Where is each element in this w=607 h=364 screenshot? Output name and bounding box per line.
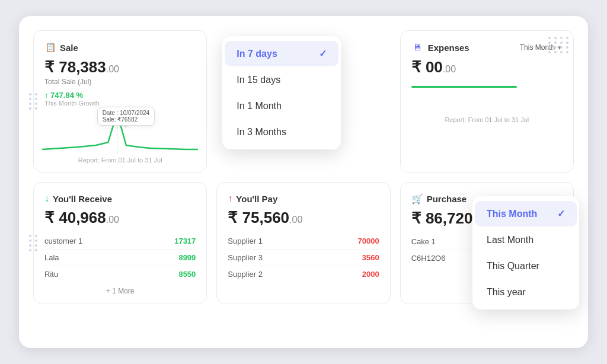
sale-growth: ↑ 747.84 % — [44, 91, 196, 100]
dots-left-deco — [29, 93, 39, 110]
sale-item-0-label: In 7 days — [237, 49, 277, 59]
purchase-item-0-name: Cake 1 — [411, 237, 436, 246]
receive-dots-deco — [29, 235, 39, 251]
tooltip-sale: Sale: ₹76582 — [103, 116, 150, 123]
pay-item-2-val: 2000 — [362, 270, 379, 279]
pay-list-item-1: Supplier 3 3560 — [228, 250, 379, 266]
main-container: 📋 Sale ₹ 78,383.00 Total Sale (Jul) ↑ 74… — [19, 16, 588, 348]
pay-header: ↑ You'll Pay — [228, 193, 379, 204]
pay-item-2-name: Supplier 2 — [228, 270, 263, 279]
purchase-dropdown-item-1[interactable]: Last Month — [475, 228, 577, 253]
receive-amount-value: ₹ 40,968 — [44, 209, 106, 226]
purchase-item-0-label: This Month — [487, 209, 537, 219]
purchase-item-1-label: Last Month — [487, 235, 533, 245]
pay-amount-value: ₹ 75,560 — [228, 209, 289, 226]
expenses-chart-area — [411, 90, 563, 114]
purchase-dropdown-item-2[interactable]: This Quarter — [475, 254, 577, 279]
pay-icon: ↑ — [228, 193, 232, 204]
expenses-amount-value: ₹ 00 — [411, 58, 443, 76]
dots-top-right-deco — [548, 37, 570, 53]
pay-amount: ₹ 75,560.00 — [228, 209, 379, 227]
expenses-card: 🖥 Expenses This Month ▼ ₹ 00.00 Report: … — [400, 30, 574, 173]
sale-chart: Date : 10/07/2024 Sale: ₹76582 — [42, 107, 198, 154]
receive-item-0-name: customer 1 — [44, 237, 82, 245]
sale-dropdown-item-1[interactable]: In 15 days — [225, 68, 338, 92]
receive-list-item-2: Ritu 8550 — [44, 266, 196, 282]
bottom-grid: ↓ You'll Receive ₹ 40,968.00 customer 1 … — [33, 182, 574, 304]
tooltip-date: Date : 10/07/2024 — [103, 110, 150, 116]
sale-report: Report: From 01 Jul to 31 Jul — [44, 157, 196, 164]
purchase-icon: 🛒 — [411, 193, 423, 205]
sale-dropdown-container: In 7 days ✓ In 15 days In 1 Month In 3 M… — [216, 30, 390, 173]
sale-label: Total Sale (Jul) — [44, 78, 196, 86]
sale-card: 📋 Sale ₹ 78,383.00 Total Sale (Jul) ↑ 74… — [33, 30, 207, 173]
receive-item-1-name: Lala — [44, 253, 59, 262]
purchase-check-icon: ✓ — [557, 208, 565, 219]
receive-more-link[interactable]: + 1 More — [44, 287, 196, 295]
sale-title-text: Sale — [60, 43, 78, 53]
sale-growth-label: This Month Growth — [44, 100, 196, 107]
pay-item-1-name: Supplier 3 — [228, 253, 263, 262]
top-grid: 📋 Sale ₹ 78,383.00 Total Sale (Jul) ↑ 74… — [33, 30, 574, 173]
sale-dropdown[interactable]: In 7 days ✓ In 15 days In 1 Month In 3 M… — [222, 36, 341, 149]
purchase-dropdown-item-3[interactable]: This year — [475, 280, 577, 305]
receive-amount: ₹ 40,968.00 — [44, 209, 196, 227]
receive-icon: ↓ — [44, 193, 49, 204]
expenses-title-text: Expenses — [428, 43, 469, 53]
pay-title-text: You'll Pay — [236, 194, 277, 204]
receive-decimals: .00 — [106, 215, 119, 225]
receive-header: ↓ You'll Receive — [44, 193, 196, 204]
expenses-decimals: .00 — [443, 64, 456, 74]
purchase-item-3-label: This year — [487, 287, 526, 298]
sale-amount: ₹ 78,383.00 — [44, 58, 196, 76]
purchase-dropdown-item-0[interactable]: This Month ✓ — [475, 201, 577, 226]
sale-dropdown-item-3[interactable]: In 3 Months — [225, 120, 338, 145]
pay-title: ↑ You'll Pay — [228, 193, 277, 204]
pay-item-1-val: 3560 — [362, 253, 379, 262]
receive-item-2-val: 8550 — [178, 270, 196, 279]
receive-item-1-val: 8999 — [178, 253, 196, 262]
pay-decimals: .00 — [289, 215, 302, 225]
sale-decimals: .00 — [106, 64, 119, 74]
expenses-icon: 🖥 — [411, 41, 423, 53]
sale-amount-value: ₹ 78,383 — [44, 58, 106, 76]
purchase-dropdown[interactable]: This Month ✓ Last Month This Quarter Thi… — [472, 196, 579, 309]
expenses-chart-line — [411, 86, 517, 88]
sale-dropdown-item-2[interactable]: In 1 Month — [225, 94, 338, 119]
pay-list-item-2: Supplier 2 2000 — [228, 266, 379, 282]
sale-icon: 📋 — [44, 41, 56, 53]
purchase-card: 🛒 Purchase ₹ 86,720.00 Cake 1 C6H12O6 Th… — [400, 182, 574, 304]
purchase-item-1-name: C6H12O6 — [411, 254, 446, 263]
expenses-header: 🖥 Expenses This Month ▼ — [411, 41, 563, 53]
expenses-report: Report: From 01 Jul to 31 Jul — [411, 116, 563, 123]
sale-check-icon: ✓ — [319, 48, 327, 59]
sale-item-2-label: In 1 Month — [237, 101, 282, 111]
receive-list-item-1: Lala 8999 — [44, 250, 196, 266]
sale-card-header: 📋 Sale — [44, 41, 196, 53]
sale-title: 📋 Sale — [44, 41, 78, 53]
purchase-title: 🛒 Purchase — [411, 193, 467, 205]
purchase-title-text: Purchase — [427, 194, 467, 204]
sale-dropdown-item-0[interactable]: In 7 days ✓ — [225, 41, 338, 66]
chart-tooltip: Date : 10/07/2024 Sale: ₹76582 — [97, 107, 155, 126]
receive-item-0-val: 17317 — [174, 237, 196, 245]
sale-item-1-label: In 15 days — [237, 75, 280, 85]
receive-title-text: You'll Receive — [53, 194, 112, 204]
expenses-title-group: 🖥 Expenses — [411, 41, 469, 53]
receive-list: customer 1 17317 Lala 8999 Ritu 8550 — [44, 233, 196, 282]
sale-item-3-label: In 3 Months — [237, 127, 286, 138]
pay-item-0-name: Supplier 1 — [228, 237, 263, 245]
pay-list-item-0: Supplier 1 70000 — [228, 233, 379, 250]
pay-list: Supplier 1 70000 Supplier 3 3560 Supplie… — [228, 233, 379, 282]
receive-item-2-name: Ritu — [44, 270, 58, 279]
expenses-amount: ₹ 00.00 — [411, 58, 563, 76]
receive-title: ↓ You'll Receive — [44, 193, 112, 204]
purchase-item-2-label: This Quarter — [487, 261, 539, 272]
purchase-amount-value: ₹ 86,720 — [411, 209, 473, 227]
pay-item-0-val: 70000 — [358, 237, 379, 245]
receive-card: ↓ You'll Receive ₹ 40,968.00 customer 1 … — [33, 182, 207, 304]
pay-card: ↑ You'll Pay ₹ 75,560.00 Supplier 1 7000… — [216, 182, 390, 304]
receive-list-item-0: customer 1 17317 — [44, 233, 196, 250]
